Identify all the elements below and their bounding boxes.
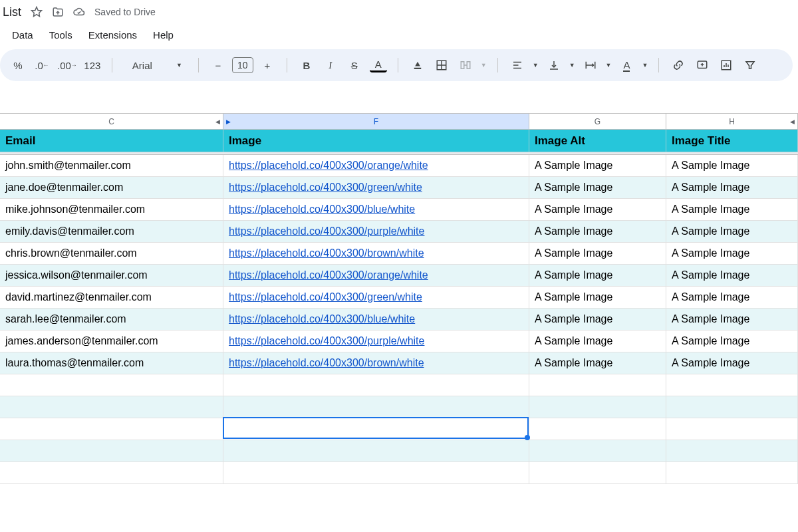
cell-image-title[interactable]: A Sample Image [666, 309, 798, 331]
insert-chart-button[interactable] [718, 56, 735, 74]
cell-email[interactable]: jane.doe@tenmailer.com [0, 177, 223, 199]
cell[interactable] [223, 374, 529, 396]
cell[interactable] [666, 462, 798, 484]
column-header-F[interactable]: ▶ F [223, 114, 529, 129]
cell-image-title[interactable]: A Sample Image [666, 155, 798, 177]
cell-image-alt[interactable]: A Sample Image [529, 155, 666, 177]
cell[interactable] [666, 440, 798, 462]
cell-image-alt[interactable]: A Sample Image [529, 243, 666, 265]
italic-button[interactable]: I [322, 56, 339, 74]
cell-email[interactable]: chris.brown@tenmailer.com [0, 243, 223, 265]
menu-extensions[interactable]: Extensions [88, 29, 137, 41]
cell[interactable] [223, 418, 529, 440]
cell-image-alt[interactable]: A Sample Image [529, 352, 666, 374]
cloud-saved-icon[interactable] [73, 6, 85, 18]
cell[interactable] [0, 374, 223, 396]
format-percent-button[interactable]: % [9, 56, 27, 74]
font-size-input[interactable]: 10 [232, 57, 253, 73]
cell[interactable] [0, 418, 223, 440]
cell[interactable] [0, 440, 223, 462]
cell[interactable] [529, 374, 666, 396]
menu-help[interactable]: Help [153, 29, 174, 41]
cell-image-link[interactable]: https://placehold.co/400x300/blue/white [223, 199, 529, 221]
column-header-G[interactable]: G [529, 114, 666, 129]
cell[interactable] [666, 418, 798, 440]
cell-image-title[interactable]: A Sample Image [666, 265, 798, 287]
text-wrap-button[interactable] [582, 56, 599, 74]
strikethrough-button[interactable]: S [346, 56, 363, 74]
collapse-right-icon[interactable]: ◀ [215, 118, 220, 125]
cell[interactable] [666, 396, 798, 418]
create-filter-button[interactable] [741, 56, 759, 74]
decrease-decimal-button[interactable]: .0← [33, 56, 51, 74]
cell-image-title[interactable]: A Sample Image [666, 221, 798, 243]
cell-image-alt[interactable]: A Sample Image [529, 265, 666, 287]
header-image[interactable]: Image [223, 130, 529, 152]
cell-image-alt[interactable]: A Sample Image [529, 309, 666, 331]
cell-image-link[interactable]: https://placehold.co/400x300/green/white [223, 287, 529, 309]
insert-comment-button[interactable] [694, 56, 711, 74]
cell-image-link[interactable]: https://placehold.co/400x300/purple/whit… [223, 221, 529, 243]
spreadsheet-grid[interactable]: C ◀ ▶ F G H ◀ Email Image Image Alt Imag… [0, 113, 798, 484]
column-header-H[interactable]: H ◀ [666, 114, 798, 129]
insert-link-button[interactable] [670, 56, 687, 74]
bold-button[interactable]: B [298, 56, 315, 74]
cell-image-title[interactable]: A Sample Image [666, 199, 798, 221]
increase-font-size-button[interactable]: + [259, 56, 276, 74]
cell-image-link[interactable]: https://placehold.co/400x300/brown/white [223, 243, 529, 265]
cell-email[interactable]: john.smith@tenmailer.com [0, 155, 223, 177]
cell[interactable] [666, 374, 798, 396]
cell-image-link[interactable]: https://placehold.co/400x300/green/white [223, 177, 529, 199]
cell[interactable] [529, 462, 666, 484]
cell-image-title[interactable]: A Sample Image [666, 352, 798, 374]
increase-decimal-button[interactable]: .00→ [57, 56, 77, 74]
cell-image-link[interactable]: https://placehold.co/400x300/blue/white [223, 309, 529, 331]
cell-image-alt[interactable]: A Sample Image [529, 287, 666, 309]
cell-image-link[interactable]: https://placehold.co/400x300/orange/whit… [223, 155, 529, 177]
cell-image-link[interactable]: https://placehold.co/400x300/purple/whit… [223, 331, 529, 352]
text-color-button[interactable]: A [370, 58, 387, 72]
cell-image-title[interactable]: A Sample Image [666, 177, 798, 199]
cell[interactable] [529, 440, 666, 462]
header-alt[interactable]: Image Alt [529, 130, 666, 152]
cell-image-link[interactable]: https://placehold.co/400x300/brown/white [223, 352, 529, 374]
cell-email[interactable]: james.anderson@tenmailer.com [0, 331, 223, 352]
cell[interactable] [529, 418, 666, 440]
horizontal-align-button[interactable] [509, 56, 526, 74]
doc-title[interactable]: List [3, 5, 21, 19]
collapse-left-icon[interactable]: ▶ [226, 118, 231, 125]
cell-email[interactable]: mike.johnson@tenmailer.com [0, 199, 223, 221]
cell-email[interactable]: emily.davis@tenmailer.com [0, 221, 223, 243]
merge-cells-button[interactable] [457, 56, 474, 74]
menu-data[interactable]: Data [12, 29, 33, 41]
cell-image-title[interactable]: A Sample Image [666, 243, 798, 265]
vertical-align-button[interactable] [545, 56, 563, 74]
header-title[interactable]: Image Title [666, 130, 798, 152]
font-picker[interactable]: Arial ▼ [123, 56, 188, 74]
cell[interactable] [0, 462, 223, 484]
decrease-font-size-button[interactable]: − [209, 56, 227, 74]
cell-image-alt[interactable]: A Sample Image [529, 221, 666, 243]
header-email[interactable]: Email [0, 130, 223, 152]
menu-tools[interactable]: Tools [49, 29, 72, 41]
cell[interactable] [529, 396, 666, 418]
cell-email[interactable]: david.martinez@tenmailer.com [0, 287, 223, 309]
cell-image-title[interactable]: A Sample Image [666, 287, 798, 309]
cell-image-title[interactable]: A Sample Image [666, 331, 798, 352]
cell-email[interactable]: sarah.lee@tenmailer.com [0, 309, 223, 331]
cell-image-alt[interactable]: A Sample Image [529, 331, 666, 352]
move-folder-icon[interactable] [52, 6, 64, 18]
star-icon[interactable] [31, 6, 43, 18]
cell[interactable] [223, 462, 529, 484]
cell-image-alt[interactable]: A Sample Image [529, 177, 666, 199]
column-header-C[interactable]: C ◀ [0, 114, 223, 129]
cell-email[interactable]: laura.thomas@tenmailer.com [0, 352, 223, 374]
more-formats-button[interactable]: 123 [84, 56, 101, 74]
text-rotation-button[interactable]: A [618, 56, 635, 74]
cell[interactable] [223, 440, 529, 462]
collapse-right-icon[interactable]: ◀ [790, 118, 795, 125]
fill-color-button[interactable] [409, 56, 426, 74]
cell[interactable] [223, 396, 529, 418]
cell-image-alt[interactable]: A Sample Image [529, 199, 666, 221]
borders-button[interactable] [433, 56, 450, 74]
